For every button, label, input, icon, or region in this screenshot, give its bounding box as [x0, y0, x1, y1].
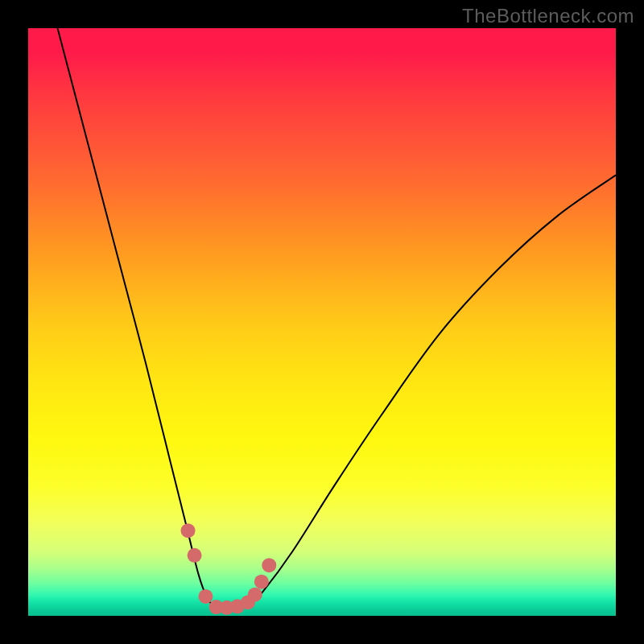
highlight-dot — [198, 589, 213, 604]
chart-frame: TheBottleneck.com — [0, 0, 644, 644]
highlight-dot — [248, 588, 262, 602]
highlight-dot — [254, 575, 269, 589]
highlight-dot — [181, 523, 196, 538]
highlight-dot — [188, 548, 202, 563]
highlight-dot — [262, 558, 276, 572]
plot-area — [28, 28, 616, 616]
bottleneck-curve-path — [58, 28, 617, 608]
watermark-text: TheBottleneck.com — [462, 5, 634, 27]
chart-svg — [28, 28, 616, 616]
bottleneck-curve-line — [58, 28, 617, 608]
highlight-dot-group — [181, 523, 277, 615]
